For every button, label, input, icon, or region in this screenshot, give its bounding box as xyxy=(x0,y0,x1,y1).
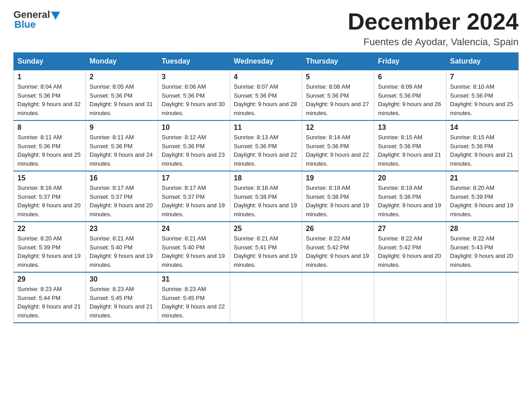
day-number: 20 xyxy=(378,174,442,182)
day-info: Sunrise: 8:20 AMSunset: 5:39 PMDaylight:… xyxy=(450,184,513,218)
day-info: Sunrise: 8:23 AMSunset: 5:45 PMDaylight:… xyxy=(90,286,153,319)
calendar-cell: 23 Sunrise: 8:21 AMSunset: 5:40 PMDaylig… xyxy=(86,222,158,272)
day-info: Sunrise: 8:15 AMSunset: 5:36 PMDaylight:… xyxy=(450,134,513,167)
logo: General Blue xyxy=(13,9,61,30)
day-number: 21 xyxy=(450,174,515,182)
day-number: 30 xyxy=(90,275,154,283)
day-number: 17 xyxy=(162,174,226,182)
day-number: 1 xyxy=(17,73,82,81)
day-number: 11 xyxy=(234,124,298,132)
day-info: Sunrise: 8:21 AMSunset: 5:40 PMDaylight:… xyxy=(162,235,225,268)
calendar-cell: 13 Sunrise: 8:15 AMSunset: 5:36 PMDaylig… xyxy=(374,120,446,171)
day-info: Sunrise: 8:07 AMSunset: 5:36 PMDaylight:… xyxy=(234,83,297,116)
weekday-header-saturday: Saturday xyxy=(446,53,519,70)
calendar-cell: 4 Sunrise: 8:07 AMSunset: 5:36 PMDayligh… xyxy=(230,70,302,121)
day-info: Sunrise: 8:21 AMSunset: 5:41 PMDaylight:… xyxy=(234,235,297,268)
weekday-header-thursday: Thursday xyxy=(302,53,374,70)
day-number: 31 xyxy=(162,275,226,283)
weekday-header-monday: Monday xyxy=(86,53,158,70)
logo-arrow-icon xyxy=(51,12,60,20)
day-info: Sunrise: 8:20 AMSunset: 5:39 PMDaylight:… xyxy=(17,235,81,268)
weekday-header-sunday: Sunday xyxy=(14,53,86,70)
day-number: 3 xyxy=(162,73,226,81)
calendar-cell xyxy=(302,272,374,323)
day-info: Sunrise: 8:23 AMSunset: 5:45 PMDaylight:… xyxy=(162,286,225,319)
logo-blue-text: Blue xyxy=(14,19,36,30)
day-info: Sunrise: 8:05 AMSunset: 5:36 PMDaylight:… xyxy=(90,83,153,116)
day-number: 12 xyxy=(306,124,370,132)
day-number: 5 xyxy=(306,73,370,81)
day-info: Sunrise: 8:17 AMSunset: 5:37 PMDaylight:… xyxy=(162,184,225,218)
calendar-cell xyxy=(374,272,446,323)
weekday-header-tuesday: Tuesday xyxy=(158,53,230,70)
calendar-cell: 31 Sunrise: 8:23 AMSunset: 5:45 PMDaylig… xyxy=(158,272,230,323)
day-number: 14 xyxy=(450,124,515,132)
calendar-table: SundayMondayTuesdayWednesdayThursdayFrid… xyxy=(13,52,519,323)
calendar-cell: 17 Sunrise: 8:17 AMSunset: 5:37 PMDaylig… xyxy=(158,171,230,222)
calendar-week-row: 29 Sunrise: 8:23 AMSunset: 5:44 PMDaylig… xyxy=(14,272,519,323)
day-number: 2 xyxy=(90,73,154,81)
calendar-cell: 14 Sunrise: 8:15 AMSunset: 5:36 PMDaylig… xyxy=(446,120,519,171)
day-info: Sunrise: 8:21 AMSunset: 5:40 PMDaylight:… xyxy=(90,235,153,268)
calendar-cell: 9 Sunrise: 8:11 AMSunset: 5:36 PMDayligh… xyxy=(86,120,158,171)
day-info: Sunrise: 8:06 AMSunset: 5:36 PMDaylight:… xyxy=(162,83,225,116)
day-number: 7 xyxy=(450,73,515,81)
day-info: Sunrise: 8:18 AMSunset: 5:38 PMDaylight:… xyxy=(234,184,297,218)
day-info: Sunrise: 8:16 AMSunset: 5:37 PMDaylight:… xyxy=(17,184,81,218)
calendar-week-row: 22 Sunrise: 8:20 AMSunset: 5:39 PMDaylig… xyxy=(14,222,519,272)
day-number: 27 xyxy=(378,225,442,233)
day-number: 28 xyxy=(450,225,515,233)
calendar-cell: 21 Sunrise: 8:20 AMSunset: 5:39 PMDaylig… xyxy=(446,171,519,222)
day-number: 23 xyxy=(90,225,154,233)
calendar-cell: 6 Sunrise: 8:09 AMSunset: 5:36 PMDayligh… xyxy=(374,70,446,121)
calendar-week-row: 1 Sunrise: 8:04 AMSunset: 5:36 PMDayligh… xyxy=(14,70,519,121)
day-number: 24 xyxy=(162,225,226,233)
calendar-cell: 20 Sunrise: 8:19 AMSunset: 5:38 PMDaylig… xyxy=(374,171,446,222)
calendar-cell: 24 Sunrise: 8:21 AMSunset: 5:40 PMDaylig… xyxy=(158,222,230,272)
calendar-cell: 30 Sunrise: 8:23 AMSunset: 5:45 PMDaylig… xyxy=(86,272,158,323)
day-info: Sunrise: 8:22 AMSunset: 5:43 PMDaylight:… xyxy=(450,235,513,268)
calendar-cell: 2 Sunrise: 8:05 AMSunset: 5:36 PMDayligh… xyxy=(86,70,158,121)
calendar-cell: 5 Sunrise: 8:08 AMSunset: 5:36 PMDayligh… xyxy=(302,70,374,121)
day-info: Sunrise: 8:10 AMSunset: 5:36 PMDaylight:… xyxy=(450,83,513,116)
day-info: Sunrise: 8:11 AMSunset: 5:36 PMDaylight:… xyxy=(90,134,153,167)
page-header: General Blue December 2024 Fuentes de Ay… xyxy=(13,9,519,48)
calendar-cell: 18 Sunrise: 8:18 AMSunset: 5:38 PMDaylig… xyxy=(230,171,302,222)
calendar-week-row: 15 Sunrise: 8:16 AMSunset: 5:37 PMDaylig… xyxy=(14,171,519,222)
day-info: Sunrise: 8:13 AMSunset: 5:36 PMDaylight:… xyxy=(234,134,297,167)
calendar-cell xyxy=(230,272,302,323)
calendar-cell: 25 Sunrise: 8:21 AMSunset: 5:41 PMDaylig… xyxy=(230,222,302,272)
day-info: Sunrise: 8:19 AMSunset: 5:38 PMDaylight:… xyxy=(306,184,369,218)
day-number: 4 xyxy=(234,73,298,81)
calendar-cell: 12 Sunrise: 8:14 AMSunset: 5:36 PMDaylig… xyxy=(302,120,374,171)
calendar-cell: 16 Sunrise: 8:17 AMSunset: 5:37 PMDaylig… xyxy=(86,171,158,222)
day-info: Sunrise: 8:04 AMSunset: 5:36 PMDaylight:… xyxy=(17,83,81,116)
calendar-cell: 27 Sunrise: 8:22 AMSunset: 5:42 PMDaylig… xyxy=(374,222,446,272)
calendar-cell: 15 Sunrise: 8:16 AMSunset: 5:37 PMDaylig… xyxy=(14,171,86,222)
calendar-cell xyxy=(446,272,519,323)
calendar-cell: 10 Sunrise: 8:12 AMSunset: 5:36 PMDaylig… xyxy=(158,120,230,171)
day-number: 15 xyxy=(17,174,82,182)
day-number: 22 xyxy=(17,225,82,233)
calendar-header-row: SundayMondayTuesdayWednesdayThursdayFrid… xyxy=(14,53,519,70)
weekday-header-friday: Friday xyxy=(374,53,446,70)
calendar-cell: 1 Sunrise: 8:04 AMSunset: 5:36 PMDayligh… xyxy=(14,70,86,121)
day-info: Sunrise: 8:19 AMSunset: 5:38 PMDaylight:… xyxy=(378,184,441,218)
calendar-cell: 7 Sunrise: 8:10 AMSunset: 5:36 PMDayligh… xyxy=(446,70,519,121)
day-info: Sunrise: 8:23 AMSunset: 5:44 PMDaylight:… xyxy=(17,286,81,319)
day-info: Sunrise: 8:22 AMSunset: 5:42 PMDaylight:… xyxy=(306,235,369,268)
calendar-week-row: 8 Sunrise: 8:11 AMSunset: 5:36 PMDayligh… xyxy=(14,120,519,171)
weekday-header-wednesday: Wednesday xyxy=(230,53,302,70)
day-number: 6 xyxy=(378,73,442,81)
day-number: 18 xyxy=(234,174,298,182)
day-info: Sunrise: 8:22 AMSunset: 5:42 PMDaylight:… xyxy=(378,235,441,268)
calendar-cell: 19 Sunrise: 8:19 AMSunset: 5:38 PMDaylig… xyxy=(302,171,374,222)
calendar-cell: 22 Sunrise: 8:20 AMSunset: 5:39 PMDaylig… xyxy=(14,222,86,272)
day-number: 9 xyxy=(90,124,154,132)
day-info: Sunrise: 8:15 AMSunset: 5:36 PMDaylight:… xyxy=(378,134,441,167)
day-info: Sunrise: 8:17 AMSunset: 5:37 PMDaylight:… xyxy=(90,184,153,218)
title-section: December 2024 Fuentes de Ayodar, Valenci… xyxy=(348,9,519,48)
calendar-cell: 8 Sunrise: 8:11 AMSunset: 5:36 PMDayligh… xyxy=(14,120,86,171)
day-number: 29 xyxy=(17,275,82,283)
day-number: 8 xyxy=(17,124,82,132)
